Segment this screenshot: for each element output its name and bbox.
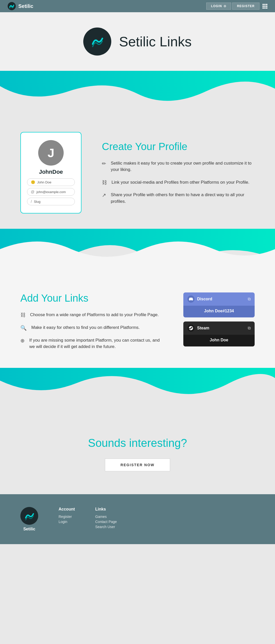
links-feature-text-2: Make it easy for others to find you on d… bbox=[31, 324, 140, 331]
profile-email-field: @ john@example.com bbox=[27, 188, 75, 196]
hero-logo bbox=[83, 28, 111, 56]
feature-text-3: Share your Profile with others for them … bbox=[111, 192, 255, 205]
discord-card: Discord ⧉ John Doe#1234 bbox=[183, 292, 255, 317]
footer-login-link[interactable]: Login bbox=[59, 520, 75, 524]
brand-logo: Setilic bbox=[8, 2, 33, 10]
login-button[interactable]: LOGIN ⊙ bbox=[206, 3, 231, 10]
discord-brand: Discord bbox=[187, 296, 212, 303]
wave-divider-1 bbox=[0, 71, 275, 117]
footer-account-col: Account Register Login bbox=[59, 507, 75, 525]
hero-title: Setilic Links bbox=[119, 34, 191, 49]
hero-section: Setilic Links bbox=[0, 12, 275, 71]
footer-register-link[interactable]: Register bbox=[59, 515, 75, 519]
hero-content: Setilic Links bbox=[83, 28, 191, 56]
profile-card: J JohnDoe 🙂 John Doe @ john@example.com … bbox=[20, 132, 81, 213]
register-button[interactable]: REGISTER bbox=[232, 3, 259, 10]
feature-text-2: Link your social-media and Profiles from… bbox=[112, 179, 249, 186]
register-now-button[interactable]: REGISTER NOW bbox=[105, 459, 170, 471]
link-icon-2: ⛓ bbox=[20, 312, 25, 318]
links-feature-text-1: Choose from a wide range of Platforms to… bbox=[30, 312, 159, 318]
grid-menu-icon[interactable] bbox=[263, 4, 267, 9]
person-icon: 🙂 bbox=[31, 180, 35, 184]
edit-icon: ✏ bbox=[102, 160, 106, 167]
login-icon: ⊙ bbox=[224, 4, 226, 8]
links-feature-3: ⊕ If you are missing some important Plat… bbox=[20, 337, 163, 350]
feature-text-1: Setilic makes it easy for you to create … bbox=[111, 160, 255, 173]
slug-icon: / bbox=[31, 199, 32, 204]
feature-item-1: ✏ Setilic makes it easy for you to creat… bbox=[102, 160, 255, 173]
links-cards: Discord ⧉ John Doe#1234 Steam ⧉ bbox=[183, 292, 255, 346]
links-info: Add Your Links ⛓ Choose from a wide rang… bbox=[20, 292, 163, 350]
links-section-title: Add Your Links bbox=[20, 292, 163, 304]
hero-logo-icon bbox=[90, 34, 105, 49]
cta-section: Sounds interesting? REGISTER NOW bbox=[0, 414, 275, 494]
wave-svg-2 bbox=[0, 229, 275, 275]
link-icon-1: ⛓ bbox=[102, 180, 107, 185]
steam-icon bbox=[187, 325, 195, 332]
steam-card-body: John Doe bbox=[183, 335, 255, 346]
links-feature-text-3: If you are missing some important Platfo… bbox=[29, 337, 163, 350]
discord-card-body: John Doe#1234 bbox=[183, 306, 255, 317]
links-section: Add Your Links ⛓ Choose from a wide rang… bbox=[0, 275, 275, 368]
discord-card-header: Discord ⧉ bbox=[183, 292, 255, 306]
feature-item-3: ↗ Share your Profile with others for the… bbox=[102, 192, 255, 205]
wave-divider-2 bbox=[0, 229, 275, 275]
footer-brand: Setilic bbox=[20, 507, 38, 531]
steam-card: Steam ⧉ John Doe bbox=[183, 321, 255, 346]
discord-icon bbox=[187, 296, 195, 303]
profile-fields: 🙂 John Doe @ john@example.com / Slug bbox=[27, 178, 75, 205]
links-feature-2: 🔍 Make it easy for others to find you on… bbox=[20, 324, 163, 331]
steam-external-icon[interactable]: ⧉ bbox=[248, 326, 251, 330]
nav-actions: LOGIN ⊙ REGISTER bbox=[206, 3, 267, 10]
footer: Setilic Account Register Login Links Gam… bbox=[0, 494, 275, 544]
profile-feature-list: ✏ Setilic makes it easy for you to creat… bbox=[102, 160, 255, 205]
footer-brand-name: Setilic bbox=[23, 527, 35, 531]
navbar: Setilic LOGIN ⊙ REGISTER bbox=[0, 0, 275, 12]
footer-games-link[interactable]: Games bbox=[95, 515, 117, 519]
links-feature-1: ⛓ Choose from a wide range of Platforms … bbox=[20, 312, 163, 318]
footer-links-col: Links Games Contact Page Search User bbox=[95, 507, 117, 530]
feature-item-2: ⛓ Link your social-media and Profiles fr… bbox=[102, 179, 255, 186]
footer-contact-link[interactable]: Contact Page bbox=[95, 520, 117, 524]
steam-brand: Steam bbox=[187, 325, 209, 332]
email-icon: @ bbox=[31, 190, 34, 194]
steam-logo-svg bbox=[189, 326, 193, 330]
cta-title: Sounds interesting? bbox=[20, 437, 255, 449]
discord-copy-icon[interactable]: ⧉ bbox=[248, 297, 251, 301]
plus-circle-icon: ⊕ bbox=[20, 338, 25, 344]
footer-logo bbox=[20, 507, 38, 525]
share-icon: ↗ bbox=[102, 192, 106, 198]
profile-info: Create Your Profile ✏ Setilic makes it e… bbox=[102, 141, 255, 205]
footer-search-link[interactable]: Search User bbox=[95, 525, 117, 529]
profile-name-field: 🙂 John Doe bbox=[27, 178, 75, 186]
wave-svg-3 bbox=[0, 368, 275, 414]
nav-logo-icon bbox=[8, 2, 16, 10]
profile-section: J JohnDoe 🙂 John Doe @ john@example.com … bbox=[0, 117, 275, 229]
profile-avatar: J bbox=[38, 140, 64, 166]
profile-slug-field: / Slug bbox=[27, 198, 75, 205]
footer-account-title: Account bbox=[59, 507, 75, 512]
links-feature-list: ⛓ Choose from a wide range of Platforms … bbox=[20, 312, 163, 350]
wave-divider-3 bbox=[0, 368, 275, 414]
brand-name: Setilic bbox=[18, 3, 33, 9]
profile-section-title: Create Your Profile bbox=[102, 141, 255, 152]
search-icon: 🔍 bbox=[20, 325, 27, 331]
wave-svg-1 bbox=[0, 71, 275, 117]
steam-card-header: Steam ⧉ bbox=[183, 321, 255, 335]
profile-username: JohnDoe bbox=[39, 169, 63, 175]
discord-logo-svg bbox=[189, 297, 193, 301]
footer-logo-icon bbox=[24, 510, 35, 521]
footer-links-title: Links bbox=[95, 507, 117, 512]
